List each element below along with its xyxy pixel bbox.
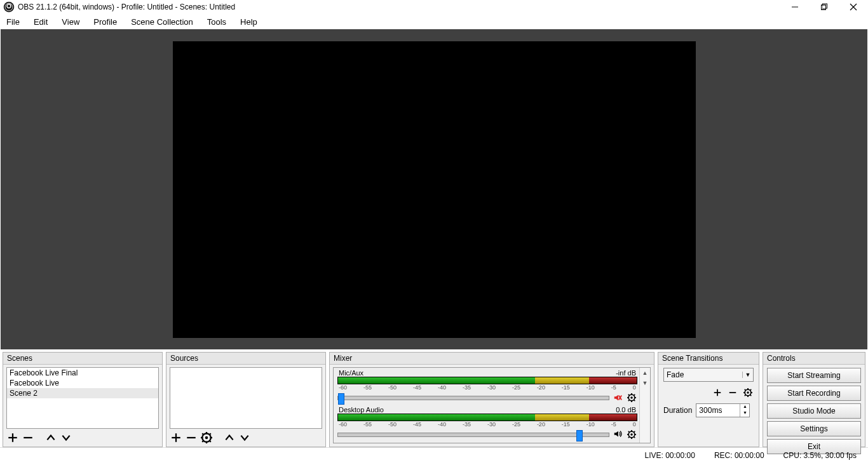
preview-area bbox=[1, 29, 867, 349]
scene-item[interactable]: Facebook Live Final bbox=[7, 368, 158, 378]
obs-logo-icon bbox=[3, 1, 15, 13]
sources-title: Sources bbox=[166, 353, 325, 365]
svg-line-57 bbox=[750, 395, 752, 396]
move-scene-down-button[interactable] bbox=[60, 432, 72, 443]
move-source-up-button[interactable] bbox=[224, 432, 235, 443]
channel-level: -inf dB bbox=[616, 369, 636, 377]
duration-input[interactable] bbox=[696, 404, 740, 417]
mixer-title: Mixer bbox=[330, 353, 654, 365]
svg-line-33 bbox=[628, 394, 630, 396]
spin-up-icon[interactable]: ▲ bbox=[740, 404, 749, 410]
audio-meter bbox=[337, 377, 637, 384]
scenes-toolbar bbox=[3, 429, 162, 447]
start-recording-button[interactable]: Start Recording bbox=[767, 386, 861, 401]
transitions-dock: Scene Transitions Fade ▼ Duration ▲▼ bbox=[658, 352, 759, 447]
menu-edit[interactable]: Edit bbox=[32, 16, 49, 28]
channel-name: Mic/Aux bbox=[339, 369, 363, 377]
svg-line-23 bbox=[202, 441, 203, 442]
duration-spinbox[interactable]: ▲▼ bbox=[696, 403, 750, 417]
svg-line-46 bbox=[634, 431, 635, 433]
transition-selected: Fade bbox=[664, 370, 742, 379]
add-transition-button[interactable] bbox=[712, 387, 723, 398]
mixer-body: Mic/Aux -inf dB -60-55-50-45-40-35-30-25… bbox=[333, 367, 651, 443]
transition-select[interactable]: Fade ▼ bbox=[663, 368, 754, 382]
channel-settings-button[interactable] bbox=[626, 392, 637, 403]
chevron-down-icon: ▼ bbox=[742, 372, 753, 378]
scroll-down-icon[interactable]: ▼ bbox=[640, 378, 650, 388]
remove-scene-button[interactable] bbox=[22, 432, 34, 443]
sources-list[interactable] bbox=[170, 367, 322, 429]
menubar: File Edit View Profile Scene Collection … bbox=[0, 14, 868, 29]
svg-line-44 bbox=[634, 437, 635, 438]
duration-label: Duration bbox=[663, 406, 692, 415]
scroll-up-icon[interactable]: ▲ bbox=[640, 368, 650, 378]
svg-line-58 bbox=[745, 395, 746, 396]
svg-line-45 bbox=[628, 437, 630, 438]
mixer-channel: Desktop Audio 0.0 dB -60-55-50-45-40-35-… bbox=[334, 405, 650, 441]
scenes-list[interactable]: Facebook Live Final Facebook Live Scene … bbox=[6, 367, 159, 429]
add-source-button[interactable] bbox=[170, 432, 182, 443]
sources-dock: Sources bbox=[166, 352, 326, 447]
add-scene-button[interactable] bbox=[7, 432, 18, 443]
svg-rect-5 bbox=[823, 5, 826, 8]
sources-toolbar bbox=[166, 429, 325, 447]
controls-dock: Controls Start Streaming Start Recording… bbox=[763, 352, 865, 447]
mixer-channel: Mic/Aux -inf dB -60-55-50-45-40-35-30-25… bbox=[334, 368, 650, 405]
move-source-down-button[interactable] bbox=[239, 432, 250, 443]
remove-transition-button[interactable] bbox=[727, 387, 738, 398]
status-live: LIVE: 00:00:00 bbox=[644, 451, 695, 460]
spin-down-icon[interactable]: ▼ bbox=[740, 410, 749, 417]
svg-line-21 bbox=[202, 433, 203, 435]
channel-settings-button[interactable] bbox=[626, 429, 637, 440]
channel-level: 0.0 dB bbox=[616, 406, 636, 414]
scene-item[interactable]: Scene 2 bbox=[7, 388, 158, 398]
move-scene-up-button[interactable] bbox=[45, 432, 57, 443]
start-streaming-button[interactable]: Start Streaming bbox=[767, 368, 861, 383]
svg-line-36 bbox=[634, 394, 635, 396]
speaker-button[interactable] bbox=[613, 429, 622, 440]
studio-mode-button[interactable]: Studio Mode bbox=[767, 403, 861, 419]
mixer-dock: Mixer Mic/Aux -inf dB -60-55-50-45-40-35… bbox=[329, 352, 654, 447]
menu-view[interactable]: View bbox=[60, 16, 81, 28]
svg-line-56 bbox=[745, 389, 746, 391]
volume-slider[interactable] bbox=[337, 396, 609, 400]
status-rec: REC: 00:00:00 bbox=[714, 451, 764, 460]
window-title: OBS 21.1.2 (64bit, windows) - Profile: U… bbox=[18, 3, 235, 11]
volume-slider[interactable] bbox=[337, 433, 609, 437]
scenes-dock: Scenes Facebook Live Final Facebook Live… bbox=[3, 352, 163, 447]
titlebar: OBS 21.1.2 (64bit, windows) - Profile: U… bbox=[0, 0, 868, 14]
svg-point-28 bbox=[630, 396, 633, 399]
meter-ticks: -60-55-50-45-40-35-30-25-20-15-10-50 bbox=[337, 421, 637, 428]
menu-help[interactable]: Help bbox=[239, 16, 259, 28]
svg-line-43 bbox=[628, 431, 630, 433]
menu-profile[interactable]: Profile bbox=[92, 16, 118, 28]
mixer-scrollbar[interactable]: ▲ ▼ bbox=[639, 368, 650, 443]
svg-line-24 bbox=[210, 433, 211, 435]
maximize-button[interactable] bbox=[810, 0, 839, 14]
scenes-title: Scenes bbox=[3, 353, 162, 365]
meter-ticks: -60-55-50-45-40-35-30-25-20-15-10-50 bbox=[337, 384, 637, 391]
svg-line-22 bbox=[210, 441, 211, 442]
scene-item[interactable]: Facebook Live bbox=[7, 378, 158, 388]
transitions-title: Scene Transitions bbox=[658, 353, 759, 365]
source-properties-button[interactable] bbox=[201, 432, 212, 443]
channel-name: Desktop Audio bbox=[339, 406, 384, 414]
transition-settings-button[interactable] bbox=[742, 387, 754, 398]
statusbar: LIVE: 00:00:00 REC: 00:00:00 CPU: 3.5%, … bbox=[0, 447, 868, 463]
close-button[interactable] bbox=[839, 0, 868, 14]
mute-button[interactable] bbox=[613, 393, 622, 402]
menu-tools[interactable]: Tools bbox=[206, 16, 227, 28]
status-cpu: CPU: 3.5%, 30.00 fps bbox=[783, 451, 857, 460]
svg-line-34 bbox=[634, 400, 635, 401]
svg-point-51 bbox=[747, 391, 749, 394]
menu-scene-collection[interactable]: Scene Collection bbox=[130, 16, 194, 28]
minimize-button[interactable] bbox=[780, 0, 810, 14]
svg-line-59 bbox=[750, 389, 752, 391]
settings-button[interactable]: Settings bbox=[767, 421, 861, 436]
preview-canvas[interactable] bbox=[173, 41, 696, 338]
audio-meter bbox=[337, 414, 637, 421]
menu-file[interactable]: File bbox=[5, 16, 21, 28]
svg-point-16 bbox=[205, 436, 208, 440]
remove-source-button[interactable] bbox=[186, 432, 197, 443]
controls-title: Controls bbox=[763, 353, 865, 365]
